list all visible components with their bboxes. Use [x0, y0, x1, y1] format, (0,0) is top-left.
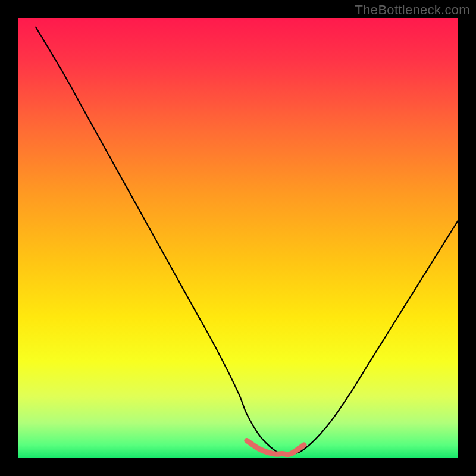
watermark-text: TheBottleneck.com: [355, 2, 470, 18]
bottleneck-chart: [18, 18, 458, 458]
plot-area: [18, 18, 458, 458]
chart-frame: TheBottleneck.com: [0, 0, 476, 476]
